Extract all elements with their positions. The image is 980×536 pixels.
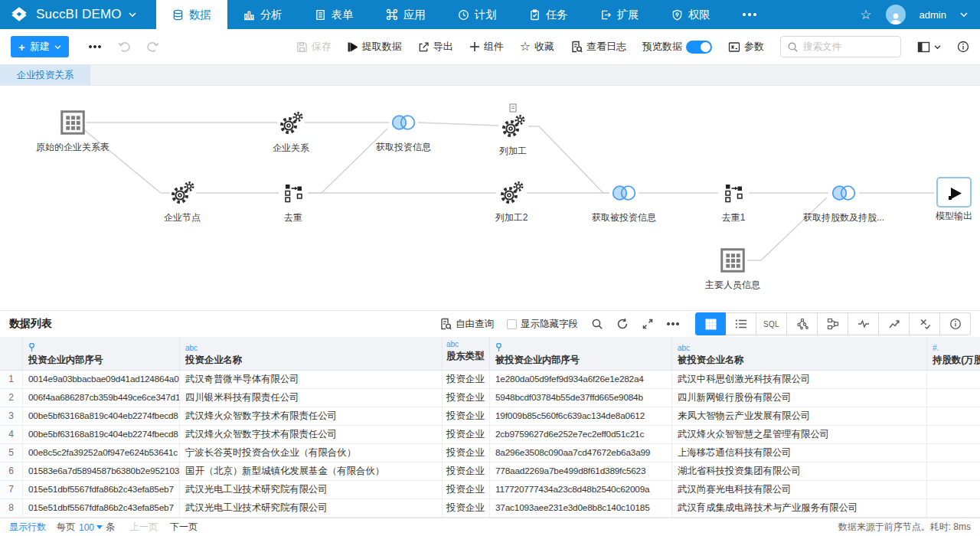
new-button[interactable]: + 新建 xyxy=(11,36,69,57)
tab-enterprise-investment[interactable]: 企业投资关系 xyxy=(0,65,90,85)
panel-layout-icon xyxy=(917,41,930,53)
table-cell xyxy=(927,371,980,389)
info-icon xyxy=(957,41,969,53)
prev-page-button[interactable]: 上一页 xyxy=(130,521,158,534)
flow-node-source-table[interactable]: 原始的企业关系表 xyxy=(19,106,126,154)
free-query-button[interactable]: 自由查询 xyxy=(439,318,494,331)
table-row[interactable]: 500e8c5c2fa39252a0f947e624b53641c宁波长谷英时投… xyxy=(0,444,980,462)
preview-data-toggle[interactable] xyxy=(686,41,712,54)
row-number: 3 xyxy=(0,407,23,426)
flow-node-key-people[interactable]: 主要人员信息 xyxy=(679,244,786,292)
view-log-button[interactable]: 查看日志 xyxy=(570,40,626,54)
expand-button[interactable] xyxy=(642,318,654,330)
preview-data-label: 预览数据 xyxy=(642,40,682,54)
redo-button[interactable] xyxy=(146,41,159,53)
layout-switch-button[interactable] xyxy=(917,41,941,53)
params-button[interactable]: 参数 xyxy=(728,40,764,54)
nav-item-plans[interactable]: 计划 xyxy=(442,0,513,29)
nav-label: 任务 xyxy=(546,8,568,22)
flow-node-dedupe-1[interactable]: 去重1 xyxy=(680,177,787,224)
add-component-button[interactable]: 组件 xyxy=(469,40,504,54)
note-badge-icon xyxy=(509,103,517,113)
table-header-row: 投资企业内部序号 abc 投资企业名称 abc 股东类型 被投资企业内部序号 a… xyxy=(0,337,980,371)
nav-item-data[interactable]: 数据 xyxy=(156,0,227,29)
succbi-logo-icon xyxy=(9,5,29,25)
table-row[interactable]: 10014e9a03bbacbae09d41ad124864a09武汉奇普微半导… xyxy=(0,371,980,389)
user-name[interactable]: admin xyxy=(920,9,946,21)
model-flow-canvas[interactable]: 原始的企业关系表 企业关系 获取投资信息 列加工 企业节点 去重 xyxy=(0,86,980,310)
view-pulse-button[interactable] xyxy=(848,312,879,335)
plus-icon xyxy=(469,41,480,52)
view-scatter-button[interactable] xyxy=(787,312,818,335)
table-row[interactable]: 601583e6a7d5894587b6380b2e952103a国开（北京）新… xyxy=(0,462,980,481)
caret-down-icon[interactable] xyxy=(96,525,103,529)
view-xcheck-button[interactable] xyxy=(910,312,940,335)
table-row[interactable]: 300be5bf63168a819c404eb2274fbecd8武汉烽火众智数… xyxy=(0,407,980,426)
flow-node-get-holdings[interactable]: 获取持股数及持股... xyxy=(790,177,897,224)
nav-item-permissions[interactable]: 权限 xyxy=(655,0,727,29)
flow-node-get-invest-info[interactable]: 获取投资信息 xyxy=(350,106,457,154)
column-header[interactable]: 投资企业内部序号 xyxy=(23,337,180,371)
table-search-button[interactable] xyxy=(591,318,603,330)
nav-item-apps[interactable]: 应用 xyxy=(370,0,442,29)
next-page-button[interactable]: 下一页 xyxy=(170,521,198,534)
flow-node-col-process-2[interactable]: 列加工2 xyxy=(458,177,565,224)
nav-item-extensions[interactable]: 扩展 xyxy=(584,0,655,29)
column-header[interactable]: abc 被投资企业名称 xyxy=(672,337,927,371)
column-header[interactable]: 被投资企业内部序号 xyxy=(490,337,672,371)
network-view-icon xyxy=(827,318,839,330)
column-header[interactable]: abc 股东类型 xyxy=(443,337,490,371)
show-row-count-link[interactable]: 显示行数 xyxy=(9,521,46,534)
log-search-icon xyxy=(570,41,583,53)
extract-data-button[interactable]: 提取数据 xyxy=(348,40,402,54)
text-type-icon: abc xyxy=(678,344,690,352)
nav-item-tasks[interactable]: 任务 xyxy=(513,0,584,29)
nav-label: 数据 xyxy=(189,8,211,22)
flow-node-get-invested-info[interactable]: 获取被投资信息 xyxy=(570,177,678,224)
nav-item-more[interactable] xyxy=(727,0,773,29)
flow-node-enterprise-node[interactable]: 企业节点 xyxy=(129,177,236,224)
table-info-button[interactable] xyxy=(940,312,971,335)
view-trend-button[interactable] xyxy=(879,312,910,335)
table-row[interactable]: 400be5bf63168a819c404eb2274fbecd8武汉烽火众智数… xyxy=(0,426,980,444)
view-network-button[interactable] xyxy=(818,312,848,335)
flow-node-col-process[interactable]: 列加工 xyxy=(459,110,567,158)
nav-item-analysis[interactable]: 分析 xyxy=(227,0,299,29)
info-button[interactable] xyxy=(957,41,969,53)
show-hidden-checkbox[interactable] xyxy=(507,319,517,329)
favorite-star-icon[interactable]: ☆ xyxy=(860,8,871,21)
undo-button[interactable] xyxy=(118,41,131,53)
more-actions-button[interactable] xyxy=(89,45,101,48)
save-button[interactable]: 保存 xyxy=(296,40,332,54)
top-navigation-bar: SuccBI DEMO 数据 分析 表单 应用 xyxy=(0,0,980,29)
app-brand[interactable]: SuccBI DEMO xyxy=(0,0,149,29)
show-hidden-fields-control[interactable]: 显示隐藏字段 xyxy=(507,318,578,331)
view-grid-button[interactable] xyxy=(695,312,726,335)
nav-label: 应用 xyxy=(403,8,426,22)
column-header[interactable]: #. 持股数(万股) xyxy=(927,337,980,371)
table-cell: 01583e6a7d5894587b6380b2e952103a xyxy=(23,462,180,481)
more-table-actions-button[interactable] xyxy=(667,322,679,325)
view-sql-button[interactable]: SQL xyxy=(756,312,787,335)
flow-node-dedupe[interactable]: 去重 xyxy=(240,177,347,224)
flow-node-label: 去重1 xyxy=(680,211,787,224)
flow-node-icon xyxy=(458,177,565,209)
chevron-down-icon[interactable] xyxy=(960,11,968,18)
table-cell: 来凤大智物云产业发展有限公司 xyxy=(672,407,927,426)
view-list-button[interactable] xyxy=(726,312,756,335)
table-row[interactable]: 8015e51dbf5567fdfa86b2c43efa85eb7武汉光电工业技… xyxy=(0,499,980,518)
table-row[interactable]: 2006f4aa686287cb359b449ce6ce347d1四川银米科技有… xyxy=(0,389,980,407)
table-row[interactable]: 7015e51dbf5567fdfa86b2c43efa85eb7武汉光电工业技… xyxy=(0,481,980,499)
refresh-button[interactable] xyxy=(616,318,629,330)
table-cell: 00e8c5c2fa39252a0f947e624b53641c xyxy=(23,444,180,462)
search-input[interactable] xyxy=(803,41,894,52)
favorite-button[interactable]: ☆ 收藏 xyxy=(520,40,554,54)
flow-node-model-output[interactable]: 模型输出 xyxy=(900,177,980,223)
column-header[interactable]: abc 投资企业名称 xyxy=(180,337,443,371)
page-size-select[interactable]: 100 xyxy=(79,522,94,533)
nav-item-forms[interactable]: 表单 xyxy=(299,0,370,29)
flow-node-icon xyxy=(240,177,347,209)
export-button[interactable]: 导出 xyxy=(418,40,453,54)
flow-node-enterprise-relation[interactable]: 企业关系 xyxy=(237,107,345,155)
avatar[interactable] xyxy=(886,5,906,25)
